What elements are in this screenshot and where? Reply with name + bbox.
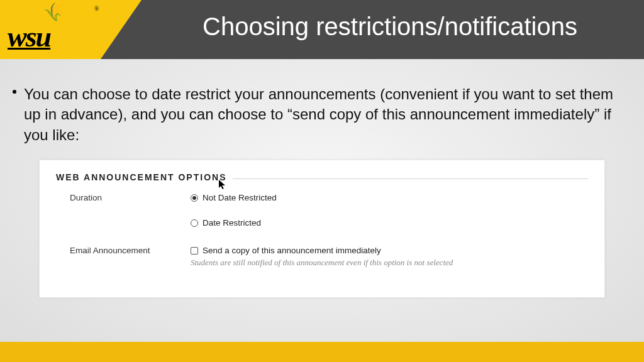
bullet-text: You can choose to date restrict your ann… <box>24 85 613 143</box>
email-checkbox-group[interactable]: Send a copy of this announcement immedia… <box>191 246 453 268</box>
email-helper-text: Students are still notified of this anno… <box>191 258 453 268</box>
checkbox-label: Send a copy of this announcement immedia… <box>203 246 381 255</box>
slide-title: Choosing restrictions/notifications <box>145 13 635 41</box>
checkbox-icon[interactable] <box>191 247 198 255</box>
panel-title: WEB ANNOUNCEMENT OPTIONS <box>56 172 233 182</box>
duration-label: Duration <box>70 193 102 202</box>
wsu-wordmark: wsu <box>8 20 50 53</box>
bullet-paragraph: You can choose to date restrict your ann… <box>24 84 615 145</box>
radio-icon[interactable] <box>191 219 198 227</box>
options-panel: WEB ANNOUNCEMENT OPTIONS Duration Not Da… <box>39 160 605 298</box>
email-label: Email Announcement <box>70 246 150 255</box>
radio-label: Date Restricted <box>203 218 261 228</box>
duration-option-b[interactable]: Date Restricted <box>191 218 261 228</box>
wsu-logo: 🌾 ® wsu <box>6 3 101 57</box>
mouse-cursor-icon <box>218 179 227 193</box>
header: 🌾 ® wsu Choosing restrictions/notificati… <box>0 0 644 59</box>
duration-option-a[interactable]: Not Date Restricted <box>191 193 277 202</box>
bullet-dot-icon <box>13 90 16 94</box>
radio-icon[interactable] <box>191 194 198 202</box>
radio-label: Not Date Restricted <box>203 193 277 202</box>
footer-stripe <box>0 342 644 362</box>
slide: 🌾 ® wsu Choosing restrictions/notificati… <box>0 0 644 362</box>
registered-mark: ® <box>94 5 99 12</box>
